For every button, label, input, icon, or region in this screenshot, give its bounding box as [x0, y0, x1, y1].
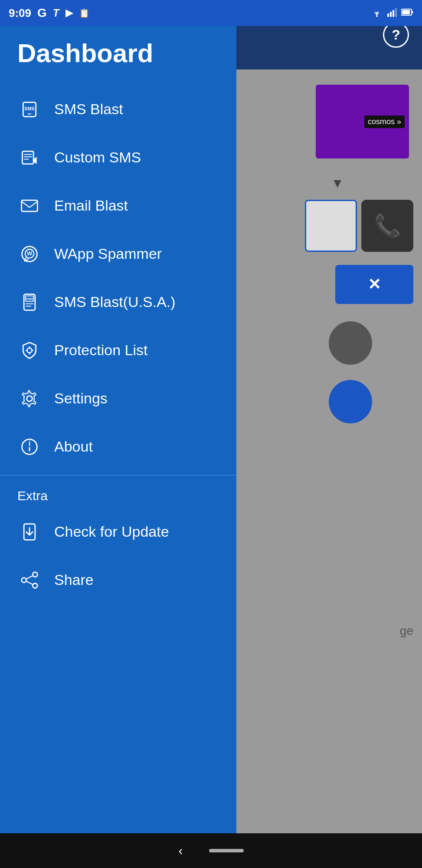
bottom-label: ge [400, 624, 413, 638]
svg-rect-10 [22, 151, 33, 164]
nav-item-email-blast[interactable]: Email Blast [0, 182, 236, 230]
nav-item-share[interactable]: Share [0, 556, 236, 604]
youtube-icon: ▶ [65, 7, 73, 19]
nav-label-about: About [54, 438, 93, 455]
nav-item-check-for-update[interactable]: Check for Update [0, 508, 236, 556]
custom-sms-icon [17, 145, 41, 169]
drawer-header: Dashboard [0, 26, 236, 81]
circle-button-2[interactable] [329, 380, 372, 423]
sms-blast-icon: SMS [17, 97, 41, 121]
nav-item-settings[interactable]: Settings [0, 374, 236, 422]
dropdown-arrow[interactable]: ▼ [331, 176, 344, 191]
back-button[interactable]: ‹ [179, 843, 183, 858]
nav-label-custom-sms: Custom SMS [54, 149, 141, 166]
divider [0, 475, 236, 475]
nav-label-email-blast: Email Blast [54, 197, 128, 214]
nav-item-protection-list[interactable]: Protection List [0, 326, 236, 374]
sms-blast-usa-icon: SMS [17, 290, 41, 314]
home-indicator[interactable] [209, 849, 244, 852]
svg-point-35 [33, 583, 37, 588]
svg-point-34 [21, 578, 26, 582]
battery-icon [401, 8, 413, 18]
svg-rect-3 [393, 10, 394, 17]
svg-text:SMS: SMS [24, 106, 35, 111]
nav-label-wapp-spammer: WApp Spammer [54, 245, 162, 262]
svg-point-27 [26, 396, 32, 401]
svg-point-33 [33, 572, 37, 577]
nav-label-check-for-update: Check for Update [54, 523, 169, 540]
svg-rect-4 [395, 8, 397, 17]
nav-item-about[interactable]: i About [0, 422, 236, 471]
nav-item-sms-blast[interactable]: SMS SMS Blast [0, 85, 236, 133]
nav-label-sms-blast: SMS Blast [54, 101, 123, 118]
nav-label-protection-list: Protection List [54, 342, 147, 359]
protection-list-icon [17, 338, 41, 362]
wapp-spammer-icon: W [17, 242, 41, 266]
svg-rect-1 [387, 13, 389, 17]
drawer-title: Dashboard [17, 39, 219, 68]
nav-label-share: Share [54, 571, 94, 588]
navigation-drawer: Dashboard SMS SMS Blast [0, 0, 236, 842]
circle-button-1[interactable] [329, 321, 372, 365]
svg-rect-14 [21, 200, 37, 211]
status-bar-left: 9:09 G T ▶ 📋 [9, 6, 90, 20]
banner-text: cosmos » [364, 116, 405, 128]
status-bar-right [371, 7, 413, 19]
extra-label: Extra [0, 480, 236, 508]
check-update-icon [17, 520, 41, 544]
svg-rect-2 [390, 12, 392, 17]
time-display: 9:09 [9, 7, 31, 20]
status-bar: 9:09 G T ▶ 📋 [0, 0, 422, 26]
icon-box-dark[interactable]: 📞 [361, 200, 413, 252]
bottom-nav-bar: ‹ [0, 833, 422, 868]
svg-rect-6 [402, 10, 410, 14]
italic-t-icon: T [53, 7, 59, 19]
nav-item-sms-blast-usa[interactable]: SMS SMS Blast(U.S.A.) [0, 278, 236, 326]
icon-box-light [305, 200, 357, 252]
svg-line-36 [26, 575, 33, 578]
clipboard-icon: 📋 [79, 8, 90, 18]
svg-point-22 [27, 348, 32, 353]
nav-label-sms-blast-usa: SMS Blast(U.S.A.) [54, 294, 176, 310]
svg-rect-7 [412, 11, 413, 13]
share-icon [17, 568, 41, 592]
settings-icon [17, 386, 41, 410]
nav-item-custom-sms[interactable]: Custom SMS [0, 133, 236, 182]
email-blast-icon [17, 194, 41, 218]
svg-text:W: W [26, 250, 32, 256]
icons-row: 📞 [305, 200, 413, 252]
drawer-nav: SMS SMS Blast Custom SMS [0, 81, 236, 842]
wifi-icon [371, 7, 383, 19]
svg-text:i: i [28, 439, 30, 447]
svg-point-0 [376, 15, 378, 17]
signal-icon [387, 7, 397, 19]
about-icon: i [17, 435, 41, 459]
banner-area: cosmos » [316, 85, 409, 158]
google-icon: G [37, 6, 47, 20]
nav-item-wapp-spammer[interactable]: W WApp Spammer [0, 230, 236, 278]
blue-button[interactable]: ✕ [335, 265, 413, 304]
svg-text:SMS: SMS [26, 297, 33, 301]
svg-line-37 [26, 581, 33, 584]
nav-label-settings: Settings [54, 390, 108, 407]
